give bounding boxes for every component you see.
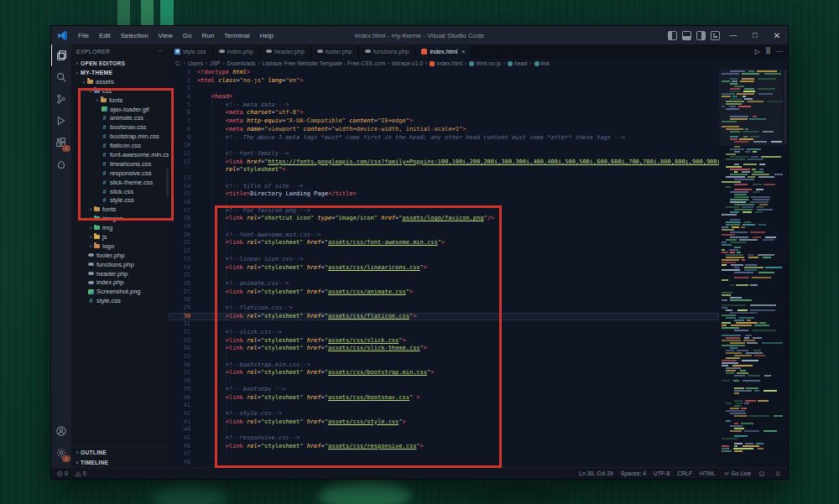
- source-control-icon[interactable]: [51, 88, 71, 110]
- code-line-13[interactable]: 13: [169, 174, 719, 183]
- tab-index.html[interactable]: index.html×: [415, 44, 472, 58]
- tree-item-functions.php[interactable]: functions.php: [71, 260, 169, 269]
- tree-item-style.css[interactable]: #style.css: [71, 195, 169, 205]
- code-line-20[interactable]: 20 <!--font-awesome.min.css-->: [169, 231, 719, 240]
- tree-item-flaticon.css[interactable]: #flaticon.css: [71, 141, 169, 150]
- feedback-icon[interactable]: [758, 470, 767, 477]
- code-line-47[interactable]: 47: [169, 450, 719, 459]
- code-line-8[interactable]: 8 <meta name="viewport" content="width=d…: [169, 126, 719, 134]
- code-line-34[interactable]: 34 <link rel="stylesheet" href="assets/c…: [169, 345, 719, 353]
- breadcrumb-item[interactable]: listrace-v1.0: [392, 60, 423, 66]
- account-icon[interactable]: [51, 420, 71, 442]
- code-line-16[interactable]: 16: [169, 199, 719, 207]
- code-line-45[interactable]: 45 <!--responsive.css-->: [169, 434, 719, 443]
- code-line-3[interactable]: 3: [169, 85, 719, 93]
- tree-item-linearicons.css[interactable]: #linearicons.css: [71, 159, 169, 169]
- tree-item-css[interactable]: ⌄css: [71, 86, 169, 96]
- language-mode[interactable]: HTML: [700, 470, 716, 476]
- tree-item-img[interactable]: ›img: [71, 223, 169, 232]
- tree-item-index.php[interactable]: index.php: [71, 278, 169, 287]
- tree-item-Screenshot.png[interactable]: Screenshot.png: [71, 287, 169, 296]
- code-line-36[interactable]: 36 <!--bootstrap.min.css-->: [169, 361, 719, 370]
- more-actions-icon[interactable]: ⋯: [776, 48, 783, 55]
- custom-extension-icon[interactable]: [51, 153, 71, 175]
- run-button-icon[interactable]: ▷: [755, 48, 760, 55]
- tree-root-my-theme[interactable]: ⌄MY-THEME: [71, 68, 169, 77]
- tree-item-animate.css[interactable]: #animate.css: [71, 113, 169, 122]
- close-button[interactable]: ✕: [766, 26, 788, 44]
- tree-item-images[interactable]: ›images: [71, 214, 169, 223]
- code-line-7[interactable]: 7 <meta http-equiv="X-UA-Compatible" con…: [169, 117, 719, 126]
- indentation[interactable]: Spaces: 4: [621, 470, 646, 476]
- tree-item-logo[interactable]: ›logo: [71, 242, 169, 251]
- tree-item-fonts[interactable]: ›fonts: [71, 205, 169, 214]
- menu-run[interactable]: Run: [196, 32, 219, 39]
- cursor-position[interactable]: Ln 30, Col 29: [579, 470, 612, 476]
- code-line-23[interactable]: 23 <!--linear icon css-->: [169, 256, 719, 264]
- editor-scrollbar[interactable]: [783, 69, 788, 467]
- tab-style.css[interactable]: #style.css: [169, 44, 213, 58]
- code-line-33[interactable]: 33 <link rel="stylesheet" href="assets/c…: [169, 337, 719, 346]
- code-line-25[interactable]: 25: [169, 272, 719, 280]
- menu-edit[interactable]: Edit: [94, 32, 116, 39]
- code-line-19[interactable]: 19: [169, 223, 719, 231]
- run-debug-icon[interactable]: [51, 110, 71, 132]
- toggle-panel-icon[interactable]: [682, 31, 691, 40]
- code-line-35[interactable]: 35: [169, 353, 719, 361]
- code-line-24[interactable]: 24 <link rel="stylesheet" href="assets/c…: [169, 264, 719, 273]
- menu-help[interactable]: Help: [254, 32, 278, 39]
- code-line-37[interactable]: 37 <link rel="stylesheet" href="assets/c…: [169, 369, 719, 377]
- tab-header.php[interactable]: header.php: [260, 44, 311, 58]
- tree-item-bootsnav.css[interactable]: #bootsnav.css: [71, 122, 169, 132]
- tree-item-ajax-loader.gif[interactable]: ajax-loader.gif: [71, 105, 169, 114]
- code-line-22[interactable]: 22: [169, 247, 719, 256]
- code-line-43[interactable]: 43 <link rel="stylesheet" href="assets/c…: [169, 418, 719, 427]
- code-line-41[interactable]: 41: [169, 402, 719, 410]
- tree-item-assets[interactable]: ⌄assets: [71, 77, 169, 86]
- tree-item-font-awesome.min.css[interactable]: #font-awesome.min.css: [71, 150, 169, 159]
- open-editors-section[interactable]: ›OPEN EDITORS: [71, 58, 169, 68]
- toggle-sidebar-icon[interactable]: [668, 31, 677, 40]
- split-editor-icon[interactable]: ⫿⫿: [766, 47, 770, 55]
- tree-item-footer.php[interactable]: footer.php: [71, 251, 169, 260]
- go-live-button[interactable]: Go Live: [723, 470, 751, 477]
- tree-item-bootstrap.min.css[interactable]: #bootstrap.min.css: [71, 132, 169, 141]
- minimize-button[interactable]: —: [722, 26, 744, 44]
- eol-sequence[interactable]: CRLF: [677, 470, 692, 476]
- code-line-11[interactable]: 11 <!--font-family-->: [169, 150, 719, 158]
- code-line-31[interactable]: 31: [169, 320, 719, 329]
- tab-close-icon[interactable]: ×: [461, 49, 465, 55]
- code-line-26[interactable]: 26 <!--animate.css-->: [169, 280, 719, 288]
- code-line-17[interactable]: 17 <!-- For favicon png -->: [169, 207, 719, 216]
- tree-item-slick.css[interactable]: #slick.css: [71, 187, 169, 196]
- code-line-46[interactable]: 46 <link rel="stylesheet" href="assets/c…: [169, 443, 719, 451]
- breadcrumb-item[interactable]: C:: [175, 60, 181, 66]
- breadcrumb-item[interactable]: head: [508, 60, 527, 66]
- breadcrumb-item[interactable]: html.no-js: [469, 60, 500, 66]
- code-line-15[interactable]: 15 <title>Directory Landing Page</title>: [169, 190, 719, 199]
- code-line-18[interactable]: 18 <link rel="shortcut icon" type="image…: [169, 215, 719, 223]
- code-line-28[interactable]: 28: [169, 296, 719, 304]
- code-line-14[interactable]: 14 <!-- title of site -->: [169, 183, 719, 191]
- code-line-42[interactable]: 42 <!--style.css-->: [169, 410, 719, 418]
- breadcrumb-item[interactable]: Downloads: [227, 60, 256, 66]
- code-line-5[interactable]: 5 <!-- meta data -->: [169, 101, 719, 110]
- code-line-38[interactable]: 38: [169, 377, 719, 386]
- warnings-indicator[interactable]: 0: [75, 470, 86, 477]
- breadcrumb-item[interactable]: Users: [188, 60, 203, 66]
- tree-item-responsive.css[interactable]: #responsive.css: [71, 169, 169, 178]
- menu-terminal[interactable]: Terminal: [219, 32, 254, 39]
- code-line-2[interactable]: 2<html class="no-js" lang="en">: [169, 77, 719, 86]
- code-line-6[interactable]: 6 <meta charset="utf-8">: [169, 109, 719, 117]
- breadcrumb-item[interactable]: Listrace Free Website Template - Free-CS…: [263, 60, 385, 66]
- menu-view[interactable]: View: [154, 32, 178, 39]
- extensions-icon[interactable]: 1: [51, 132, 71, 153]
- code-line-30[interactable]: 30 <link rel="stylesheet" href="assets/c…: [169, 313, 719, 321]
- code-line-29[interactable]: 29 <!--flaticon.css-->: [169, 304, 719, 313]
- encoding[interactable]: UTF-8: [654, 470, 670, 476]
- code-line-44[interactable]: 44: [169, 426, 719, 434]
- code-line-9[interactable]: 9 <!-- The above 3 meta tags *must* come…: [169, 134, 719, 143]
- tab-functions.php[interactable]: functions.php: [359, 44, 416, 58]
- menu-file[interactable]: File: [73, 32, 94, 39]
- search-icon[interactable]: [51, 66, 71, 88]
